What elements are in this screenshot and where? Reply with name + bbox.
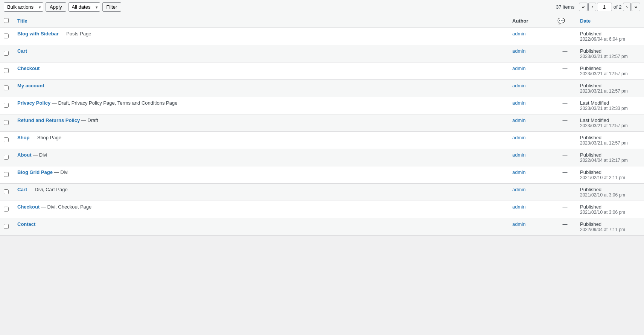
row-date: 2023/03/21 at 12:33 pm <box>580 106 640 111</box>
page-of-label: of 2 <box>614 4 622 10</box>
author-column-header: Author <box>509 14 554 28</box>
row-author-cell: admin <box>509 132 554 149</box>
comments-dash: — <box>563 204 568 210</box>
comments-dash: — <box>563 221 568 227</box>
row-author-link[interactable]: admin <box>512 48 525 54</box>
row-comments-cell: — <box>554 28 576 45</box>
row-title-link[interactable]: Blog with Sidebar <box>17 31 59 37</box>
row-date: 2023/03/21 at 12:57 pm <box>580 88 640 94</box>
row-title-link[interactable]: Checkout <box>17 65 40 71</box>
row-author-link[interactable]: admin <box>512 204 525 210</box>
next-page-button[interactable]: › <box>623 3 630 11</box>
row-checkbox[interactable] <box>4 85 9 90</box>
row-author-link[interactable]: admin <box>512 187 525 192</box>
row-title-link[interactable]: Checkout <box>17 204 40 210</box>
row-title-link[interactable]: Cart <box>17 48 27 54</box>
row-checkbox[interactable] <box>4 34 9 38</box>
row-title-link[interactable]: About <box>17 152 32 158</box>
items-count: 37 items <box>556 4 574 10</box>
row-date: 2021/02/10 at 3:06 pm <box>580 192 640 198</box>
row-author-link[interactable]: admin <box>512 31 525 37</box>
row-title-cell: Privacy Policy — Draft, Privacy Policy P… <box>14 97 509 114</box>
bulk-actions-select[interactable]: Bulk actions <box>4 2 43 12</box>
row-author-cell: admin <box>509 218 554 236</box>
row-author-link[interactable]: admin <box>512 83 525 88</box>
row-title-link[interactable]: Privacy Policy <box>17 100 50 106</box>
row-author-cell: admin <box>509 149 554 166</box>
table-row: Privacy Policy — Draft, Privacy Policy P… <box>0 97 644 114</box>
row-date-cell: Published 2021/02/10 at 2:11 pm <box>576 166 644 184</box>
comments-dash: — <box>563 187 568 192</box>
title-column-header[interactable]: Title <box>14 14 509 28</box>
row-status: Published <box>580 187 640 192</box>
row-checkbox[interactable] <box>4 224 9 229</box>
row-author-cell: admin <box>509 201 554 218</box>
select-all-header <box>0 14 14 28</box>
row-author-cell: admin <box>509 97 554 114</box>
row-checkbox[interactable] <box>4 68 9 73</box>
row-checkbox[interactable] <box>4 120 9 125</box>
row-status: Published <box>580 48 640 54</box>
comments-dash: — <box>563 117 568 123</box>
row-author-cell: admin <box>509 62 554 80</box>
table-row: Shop — Shop Page admin — Published 2023/… <box>0 132 644 149</box>
row-checkbox-cell <box>0 201 14 218</box>
table-row: Blog with Sidebar — Posts Page admin — P… <box>0 28 644 45</box>
dates-select[interactable]: All dates <box>69 2 100 12</box>
row-author-link[interactable]: admin <box>512 152 525 158</box>
row-checkbox[interactable] <box>4 189 9 194</box>
row-comments-cell: — <box>554 201 576 218</box>
row-date-cell: Published 2022/09/04 at 7:11 pm <box>576 218 644 236</box>
first-page-button[interactable]: « <box>579 3 588 11</box>
row-title-suffix: — Draft <box>80 117 98 123</box>
prev-page-button[interactable]: ‹ <box>588 3 596 11</box>
row-checkbox[interactable] <box>4 103 9 108</box>
comments-dash: — <box>563 65 568 71</box>
row-author-link[interactable]: admin <box>512 65 525 71</box>
row-author-link[interactable]: admin <box>512 221 525 227</box>
table-row: Blog Grid Page — Divi admin — Published … <box>0 166 644 184</box>
row-author-link[interactable]: admin <box>512 100 525 106</box>
row-author-link[interactable]: admin <box>512 169 525 175</box>
row-date-cell: Published 2023/03/21 at 12:57 pm <box>576 45 644 62</box>
row-title-link[interactable]: Contact <box>17 221 35 227</box>
row-checkbox-cell <box>0 132 14 149</box>
row-title-link[interactable]: Cart <box>17 187 27 192</box>
row-checkbox-cell <box>0 218 14 236</box>
row-status: Published <box>580 152 640 158</box>
row-checkbox-cell <box>0 80 14 97</box>
row-checkbox-cell <box>0 149 14 166</box>
row-checkbox[interactable] <box>4 51 9 56</box>
row-date-cell: Published 2022/04/04 at 12:17 pm <box>576 149 644 166</box>
apply-button[interactable]: Apply <box>46 2 66 12</box>
select-all-checkbox[interactable] <box>4 18 9 23</box>
row-status: Published <box>580 31 640 37</box>
row-title-link[interactable]: Shop <box>17 135 30 140</box>
row-author-cell: admin <box>509 114 554 132</box>
page-input[interactable] <box>597 3 612 11</box>
row-checkbox[interactable] <box>4 172 9 177</box>
row-title-link[interactable]: My account <box>17 83 44 88</box>
bulk-actions-wrapper: Bulk actions <box>4 2 43 12</box>
row-title-link[interactable]: Blog Grid Page <box>17 169 53 175</box>
row-checkbox[interactable] <box>4 155 9 160</box>
row-checkbox-cell <box>0 62 14 80</box>
row-date-cell: Published 2021/02/10 at 3:06 pm <box>576 184 644 201</box>
row-comments-cell: — <box>554 149 576 166</box>
row-title-cell: Checkout <box>14 62 509 80</box>
row-author-link[interactable]: admin <box>512 117 525 123</box>
row-status: Last Modified <box>580 117 640 123</box>
row-date-cell: Published 2023/03/21 at 12:57 pm <box>576 80 644 97</box>
row-author-cell: admin <box>509 28 554 45</box>
date-column-header[interactable]: Date <box>576 14 644 28</box>
row-checkbox[interactable] <box>4 207 9 212</box>
row-date: 2023/03/21 at 12:57 pm <box>580 54 640 59</box>
filter-button[interactable]: Filter <box>102 2 122 12</box>
last-page-button[interactable]: » <box>632 3 640 11</box>
row-title-link[interactable]: Refund and Returns Policy <box>17 117 80 123</box>
row-checkbox-cell <box>0 97 14 114</box>
table-row: Refund and Returns Policy — Draft admin … <box>0 114 644 132</box>
comments-dash: — <box>563 31 568 37</box>
row-author-link[interactable]: admin <box>512 135 525 140</box>
row-checkbox[interactable] <box>4 137 9 142</box>
